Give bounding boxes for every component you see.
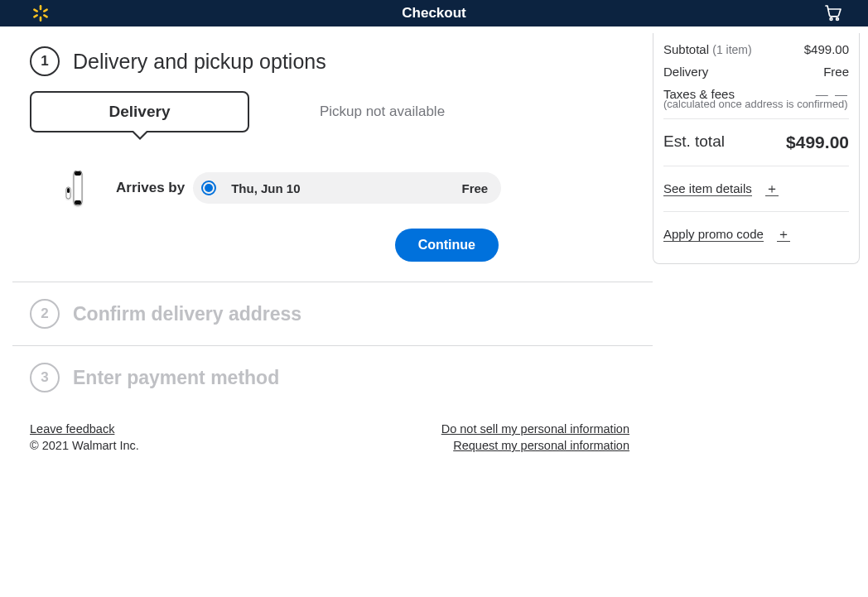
svg-rect-12: [67, 188, 70, 193]
copyright: © 2021 Walmart Inc.: [30, 439, 139, 452]
svg-point-6: [830, 18, 832, 21]
fulfillment-tabs: Delivery Pickup not available: [30, 91, 653, 132]
apply-promo-label: Apply promo code: [663, 227, 764, 242]
step-2-number: 2: [30, 299, 60, 329]
ship-date: Thu, Jun 10: [231, 181, 300, 195]
see-item-details[interactable]: See item details ＋: [663, 175, 849, 203]
tab-delivery[interactable]: Delivery: [30, 91, 249, 132]
step-3-header: 3 Enter payment method: [0, 346, 653, 409]
tab-pickup-disabled: Pickup not available: [272, 91, 492, 132]
request-info-link[interactable]: Request my personal information: [453, 439, 629, 452]
step-2-header: 2 Confirm delivery address: [0, 282, 653, 345]
svg-rect-10: [75, 200, 81, 205]
page-footer: Leave feedback © 2021 Walmart Inc. Do no…: [0, 409, 653, 469]
leave-feedback-link[interactable]: Leave feedback: [30, 422, 114, 436]
continue-button[interactable]: Continue: [395, 229, 499, 262]
svg-rect-1: [40, 17, 42, 22]
svg-rect-5: [43, 14, 49, 18]
svg-point-7: [837, 18, 839, 21]
svg-rect-2: [43, 8, 49, 12]
ship-option[interactable]: Thu, Jun 10 Free: [193, 172, 501, 204]
step-2-title: Confirm delivery address: [73, 303, 301, 325]
divider: [663, 166, 849, 166]
apply-promo-code[interactable]: Apply promo code ＋: [663, 220, 849, 248]
order-summary: Subtotal (1 item) $499.00 Delivery Free …: [653, 33, 860, 264]
delivery-value: Free: [823, 65, 849, 79]
plus-icon: ＋: [777, 228, 790, 242]
svg-rect-4: [33, 8, 39, 12]
delivery-label: Delivery: [663, 65, 708, 79]
est-total-value: $499.00: [786, 132, 849, 152]
subtotal-qty: (1 item): [712, 43, 751, 56]
radio-selected-icon: [201, 181, 216, 195]
ship-cost: Free: [461, 181, 488, 195]
svg-rect-9: [75, 171, 81, 176]
page-title: Checkout: [0, 5, 868, 22]
svg-rect-8: [74, 171, 82, 205]
app-header: Checkout: [0, 0, 868, 26]
divider: [663, 118, 849, 119]
item-thumbnail: [61, 169, 91, 207]
svg-rect-0: [40, 5, 42, 10]
cart-icon[interactable]: [823, 2, 843, 26]
step-3-number: 3: [30, 363, 60, 392]
divider: [663, 211, 849, 212]
step-3-title: Enter payment method: [73, 367, 279, 389]
taxes-note: (calculated once address is confirmed): [663, 98, 849, 110]
est-total-label: Est. total: [663, 132, 725, 152]
shipping-option-row: Arrives by Thu, Jun 10 Free: [61, 169, 653, 207]
see-item-details-label: See item details: [663, 181, 752, 196]
step-1-header: 1 Delivery and pickup options: [0, 26, 653, 91]
tab-pickup-label: Pickup not available: [320, 104, 445, 120]
step-1-number: 1: [30, 46, 60, 76]
subtotal-value: $499.00: [804, 42, 849, 56]
svg-rect-3: [33, 14, 39, 18]
do-not-sell-link[interactable]: Do not sell my personal information: [441, 422, 629, 436]
plus-icon: ＋: [765, 182, 779, 196]
tab-delivery-label: Delivery: [109, 103, 171, 121]
step-1-title: Delivery and pickup options: [73, 50, 326, 74]
subtotal-label: Subtotal (1 item): [663, 42, 752, 56]
walmart-logo-icon[interactable]: [31, 4, 50, 22]
arrives-by-label: Arrives by: [116, 180, 185, 196]
